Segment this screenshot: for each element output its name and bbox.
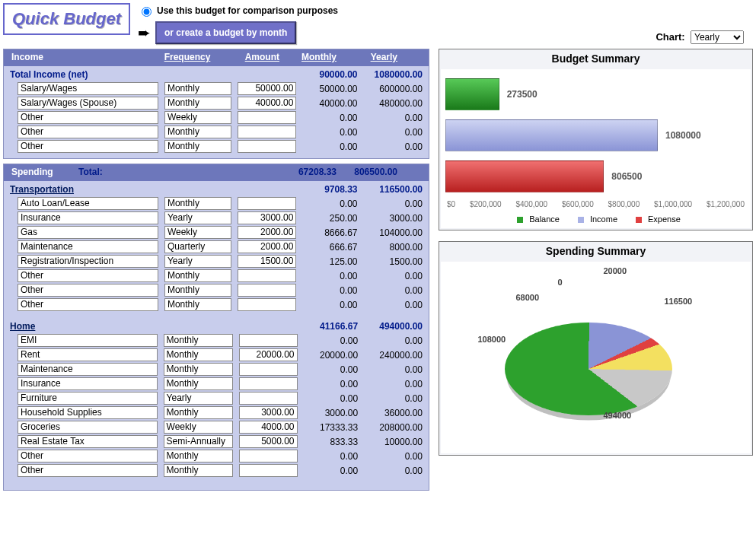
spending-amount-input[interactable]: 2000.00 bbox=[238, 226, 296, 239]
spending-yearly-value: 240000.00 bbox=[361, 348, 426, 362]
income-label-input[interactable]: Salary/Wages (Spouse) bbox=[18, 97, 158, 110]
xaxis-tick: $600,000 bbox=[562, 200, 594, 208]
col-yearly: Yearly bbox=[340, 51, 400, 65]
spending-freq-input[interactable]: Monthly bbox=[164, 197, 231, 210]
spending-label-input[interactable]: Other bbox=[18, 284, 158, 297]
income-freq-input[interactable]: Monthly bbox=[164, 97, 231, 110]
legend-item: Balance bbox=[511, 215, 560, 224]
spending-yearly-value: 0.00 bbox=[361, 449, 426, 463]
xaxis-tick: $1,000,000 bbox=[654, 200, 692, 208]
spending-label-input[interactable]: Other bbox=[18, 269, 158, 282]
spending-label-input[interactable]: Other bbox=[18, 464, 158, 477]
spending-yearly-value: 0.00 bbox=[361, 196, 426, 211]
spending-freq-input[interactable]: Yearly bbox=[164, 255, 231, 268]
spending-amount-input[interactable]: 1500.00 bbox=[238, 255, 296, 268]
spending-amount-input[interactable] bbox=[239, 450, 298, 462]
income-monthly-value: 0.00 bbox=[299, 110, 360, 125]
spending-amount-input[interactable]: 20000.00 bbox=[239, 348, 298, 361]
income-label-input[interactable]: Other bbox=[18, 126, 158, 138]
income-label-input[interactable]: Other bbox=[18, 140, 158, 153]
spending-label-input[interactable]: Rent bbox=[18, 348, 158, 361]
spending-title: Spending Total: bbox=[8, 166, 153, 180]
spending-amount-input[interactable]: 2000.00 bbox=[238, 240, 296, 253]
spending-label-input[interactable]: Maintenance bbox=[18, 363, 158, 376]
income-label-input[interactable]: Other bbox=[18, 111, 158, 124]
create-budget-button[interactable]: or create a budget by month bbox=[155, 21, 296, 44]
income-freq-input[interactable]: Monthly bbox=[164, 126, 231, 138]
spending-freq-input[interactable]: Monthly bbox=[164, 406, 233, 419]
spending-amount-input[interactable] bbox=[238, 298, 296, 311]
spending-freq-input[interactable]: Yearly bbox=[164, 392, 233, 405]
spending-label-input[interactable]: Real Estate Tax bbox=[18, 435, 158, 448]
income-yearly-value: 0.00 bbox=[361, 139, 426, 154]
comparison-radio[interactable] bbox=[142, 7, 152, 17]
income-freq-input[interactable]: Monthly bbox=[164, 82, 231, 95]
income-amount-input[interactable] bbox=[238, 126, 296, 138]
spending-freq-input[interactable]: Quarterly bbox=[164, 240, 231, 253]
spending-freq-input[interactable]: Weekly bbox=[164, 421, 233, 434]
spending-freq-input[interactable]: Monthly bbox=[164, 363, 233, 376]
spending-label-input[interactable]: Other bbox=[18, 298, 158, 311]
income-freq-input[interactable]: Weekly bbox=[164, 111, 231, 124]
spending-freq-input[interactable]: Yearly bbox=[164, 211, 231, 224]
col-frequency: Frequency bbox=[153, 51, 222, 65]
col-monthly: Monthly bbox=[282, 51, 340, 65]
income-monthly-value: 0.00 bbox=[299, 125, 360, 139]
spending-freq-input[interactable]: Weekly bbox=[164, 226, 231, 239]
col-amount: Amount bbox=[222, 51, 282, 65]
spending-label-input[interactable]: EMI bbox=[18, 334, 158, 347]
spending-label-input[interactable]: Furniture bbox=[18, 392, 158, 405]
income-amount-input[interactable] bbox=[238, 140, 296, 153]
spending-amount-input[interactable] bbox=[239, 464, 298, 477]
spending-yearly-value: 0.00 bbox=[361, 269, 426, 283]
spending-amount-input[interactable] bbox=[239, 334, 298, 347]
spending-label-input[interactable]: Registration/Inspection bbox=[18, 255, 158, 268]
spending-amount-input[interactable] bbox=[239, 363, 298, 376]
bar-value-label: 273500 bbox=[507, 89, 537, 100]
spending-freq-input[interactable]: Monthly bbox=[164, 464, 233, 477]
spending-amount-input[interactable]: 3000.00 bbox=[238, 211, 296, 224]
spending-freq-input[interactable]: Monthly bbox=[164, 377, 233, 390]
spending-label-input[interactable]: Insurance bbox=[18, 211, 158, 224]
spending-label-input[interactable]: Other bbox=[18, 450, 158, 462]
income-freq-input[interactable]: Monthly bbox=[164, 140, 231, 153]
bar-balance bbox=[445, 78, 499, 110]
spending-label-input[interactable]: Gas bbox=[18, 226, 158, 239]
spending-freq-input[interactable]: Monthly bbox=[164, 348, 233, 361]
spending-amount-input[interactable]: 4000.00 bbox=[239, 421, 298, 434]
chart-period-select[interactable]: Yearly bbox=[691, 30, 744, 44]
spending-monthly-value: 0.00 bbox=[301, 333, 362, 348]
spending-amount-input[interactable]: 3000.00 bbox=[239, 406, 298, 419]
spending-amount-input[interactable] bbox=[239, 392, 298, 405]
spending-freq-input[interactable]: Monthly bbox=[164, 298, 231, 311]
spending-freq-input[interactable]: Monthly bbox=[164, 269, 231, 282]
spending-amount-input[interactable] bbox=[238, 269, 296, 282]
spending-freq-input[interactable]: Monthly bbox=[164, 284, 231, 297]
spending-monthly-value: 0.00 bbox=[301, 449, 362, 463]
budget-summary-title: Budget Summary bbox=[441, 52, 751, 65]
budget-summary-chart: Budget Summary 2735001080000806500$0$200… bbox=[439, 49, 753, 230]
spending-label-input[interactable]: Groceries bbox=[18, 421, 158, 434]
spending-freq-input[interactable]: Monthly bbox=[164, 334, 233, 347]
spending-freq-input[interactable]: Monthly bbox=[164, 450, 233, 462]
spending-label-input[interactable]: Household Supplies bbox=[18, 406, 158, 419]
spending-amount-input[interactable] bbox=[238, 284, 296, 297]
spending-amount-input[interactable] bbox=[238, 197, 296, 210]
income-amount-input[interactable]: 40000.00 bbox=[238, 97, 296, 110]
spending-label-input[interactable]: Auto Loan/Lease bbox=[18, 197, 158, 210]
income-label-input[interactable]: Salary/Wages bbox=[18, 82, 158, 95]
spending-label-input[interactable]: Maintenance bbox=[18, 240, 158, 253]
income-title: Income bbox=[8, 51, 153, 65]
spending-yearly-value: 10000.00 bbox=[361, 434, 426, 449]
income-amount-input[interactable] bbox=[238, 111, 296, 124]
spending-label-input[interactable]: Insurance bbox=[18, 377, 158, 390]
legend-item: Income bbox=[572, 215, 617, 224]
spending-yearly-value: 208000.00 bbox=[361, 420, 426, 434]
spending-amount-input[interactable] bbox=[239, 377, 298, 390]
spending-amount-input[interactable]: 5000.00 bbox=[239, 435, 298, 448]
spending-freq-input[interactable]: Semi-Annually bbox=[164, 435, 233, 448]
bar-value-label: 806500 bbox=[611, 171, 642, 182]
bar-expense bbox=[445, 161, 604, 192]
arrow-right-icon: ➨ bbox=[138, 24, 151, 42]
income-amount-input[interactable]: 50000.00 bbox=[238, 82, 296, 95]
